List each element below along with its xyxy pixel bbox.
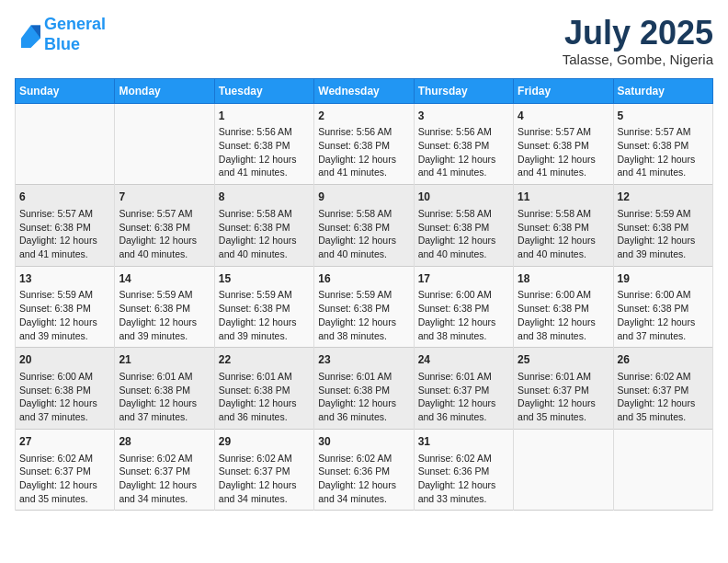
calendar-day-cell: 14Sunrise: 5:59 AMSunset: 6:38 PMDayligh… (115, 266, 214, 348)
calendar-day-cell: 19Sunrise: 6:00 AMSunset: 6:38 PMDayligh… (613, 266, 712, 348)
calendar-day-cell: 8Sunrise: 5:58 AMSunset: 6:38 PMDaylight… (214, 185, 313, 267)
calendar-day-cell (115, 103, 214, 185)
weekday-header-cell: Saturday (613, 78, 712, 103)
calendar-day-cell: 28Sunrise: 6:02 AMSunset: 6:37 PMDayligh… (115, 429, 214, 511)
day-number: 16 (318, 271, 409, 287)
day-info: Sunrise: 6:01 AMSunset: 6:37 PMDaylight:… (518, 370, 609, 424)
day-number: 30 (318, 434, 409, 450)
day-info: Sunrise: 5:56 AMSunset: 6:38 PMDaylight:… (318, 125, 409, 179)
day-number: 6 (19, 190, 110, 205)
calendar-day-cell: 27Sunrise: 6:02 AMSunset: 6:37 PMDayligh… (16, 429, 115, 511)
day-info: Sunrise: 6:02 AMSunset: 6:37 PMDaylight:… (618, 370, 709, 424)
day-number: 2 (318, 109, 409, 124)
day-number: 28 (119, 434, 210, 450)
calendar-week-row: 27Sunrise: 6:02 AMSunset: 6:37 PMDayligh… (16, 429, 713, 511)
calendar-day-cell: 15Sunrise: 5:59 AMSunset: 6:38 PMDayligh… (214, 266, 313, 348)
calendar-day-cell: 2Sunrise: 5:56 AMSunset: 6:38 PMDaylight… (314, 103, 414, 185)
calendar-day-cell: 25Sunrise: 6:01 AMSunset: 6:37 PMDayligh… (514, 348, 613, 430)
calendar-day-cell (16, 103, 115, 185)
calendar-day-cell: 13Sunrise: 5:59 AMSunset: 6:38 PMDayligh… (16, 266, 115, 348)
day-info: Sunrise: 6:02 AMSunset: 6:36 PMDaylight:… (418, 452, 509, 506)
title-block: July 2025 Talasse, Gombe, Nigeria (563, 15, 713, 67)
calendar-day-cell (514, 429, 613, 511)
calendar-day-cell: 18Sunrise: 6:00 AMSunset: 6:38 PMDayligh… (514, 266, 613, 348)
calendar-day-cell: 11Sunrise: 5:58 AMSunset: 6:38 PMDayligh… (514, 185, 613, 267)
calendar-week-row: 13Sunrise: 5:59 AMSunset: 6:38 PMDayligh… (16, 266, 713, 348)
day-info: Sunrise: 6:00 AMSunset: 6:38 PMDaylight:… (19, 370, 110, 424)
day-number: 10 (418, 190, 509, 205)
day-info: Sunrise: 5:57 AMSunset: 6:38 PMDaylight:… (518, 125, 609, 179)
day-info: Sunrise: 6:00 AMSunset: 6:38 PMDaylight:… (618, 288, 709, 342)
day-number: 26 (618, 352, 709, 368)
day-number: 12 (618, 190, 709, 205)
calendar-day-cell: 30Sunrise: 6:02 AMSunset: 6:36 PMDayligh… (314, 429, 414, 511)
day-number: 4 (518, 109, 609, 124)
day-info: Sunrise: 5:59 AMSunset: 6:38 PMDaylight:… (19, 288, 110, 342)
day-info: Sunrise: 6:00 AMSunset: 6:38 PMDaylight:… (518, 288, 609, 342)
calendar-week-row: 6Sunrise: 5:57 AMSunset: 6:38 PMDaylight… (16, 185, 713, 267)
calendar-day-cell: 29Sunrise: 6:02 AMSunset: 6:37 PMDayligh… (214, 429, 313, 511)
day-number: 19 (618, 271, 709, 287)
calendar-day-cell: 21Sunrise: 6:01 AMSunset: 6:38 PMDayligh… (115, 348, 214, 430)
day-info: Sunrise: 5:58 AMSunset: 6:38 PMDaylight:… (518, 207, 609, 261)
day-info: Sunrise: 6:01 AMSunset: 6:37 PMDaylight:… (418, 370, 509, 424)
calendar-day-cell: 9Sunrise: 5:58 AMSunset: 6:38 PMDaylight… (314, 185, 414, 267)
weekday-header-cell: Tuesday (214, 78, 313, 103)
day-info: Sunrise: 5:58 AMSunset: 6:38 PMDaylight:… (418, 207, 509, 261)
page-header: General Blue July 2025 Talasse, Gombe, N… (15, 15, 713, 67)
weekday-header-cell: Sunday (16, 78, 115, 103)
day-info: Sunrise: 5:59 AMSunset: 6:38 PMDaylight:… (318, 288, 409, 342)
day-info: Sunrise: 5:56 AMSunset: 6:38 PMDaylight:… (219, 125, 310, 179)
calendar-day-cell: 17Sunrise: 6:00 AMSunset: 6:38 PMDayligh… (414, 266, 513, 348)
day-info: Sunrise: 5:58 AMSunset: 6:38 PMDaylight:… (219, 207, 310, 261)
calendar-day-cell: 4Sunrise: 5:57 AMSunset: 6:38 PMDaylight… (514, 103, 613, 185)
day-number: 27 (19, 434, 110, 450)
day-info: Sunrise: 5:59 AMSunset: 6:38 PMDaylight:… (219, 288, 310, 342)
day-info: Sunrise: 6:01 AMSunset: 6:38 PMDaylight:… (219, 370, 310, 424)
weekday-header-cell: Thursday (414, 78, 513, 103)
logo-icon (15, 22, 40, 48)
calendar-day-cell: 20Sunrise: 6:00 AMSunset: 6:38 PMDayligh… (16, 348, 115, 430)
calendar-day-cell: 22Sunrise: 6:01 AMSunset: 6:38 PMDayligh… (214, 348, 313, 430)
calendar-day-cell: 6Sunrise: 5:57 AMSunset: 6:38 PMDaylight… (16, 185, 115, 267)
weekday-header-row: SundayMondayTuesdayWednesdayThursdayFrid… (16, 78, 713, 103)
weekday-header-cell: Monday (115, 78, 214, 103)
day-number: 3 (418, 109, 509, 124)
weekday-header-cell: Friday (514, 78, 613, 103)
calendar-day-cell: 26Sunrise: 6:02 AMSunset: 6:37 PMDayligh… (613, 348, 712, 430)
location-title: Talasse, Gombe, Nigeria (563, 52, 713, 67)
day-number: 22 (219, 352, 310, 368)
calendar-day-cell: 23Sunrise: 6:01 AMSunset: 6:38 PMDayligh… (314, 348, 414, 430)
calendar-day-cell: 10Sunrise: 5:58 AMSunset: 6:38 PMDayligh… (414, 185, 513, 267)
day-info: Sunrise: 5:57 AMSunset: 6:38 PMDaylight:… (19, 207, 110, 261)
calendar-table: SundayMondayTuesdayWednesdayThursdayFrid… (15, 78, 713, 511)
day-number: 29 (219, 434, 310, 450)
calendar-day-cell (613, 429, 712, 511)
calendar-day-cell: 16Sunrise: 5:59 AMSunset: 6:38 PMDayligh… (314, 266, 414, 348)
logo-text: General Blue (44, 15, 106, 54)
logo: General Blue (15, 15, 106, 54)
month-title: July 2025 (563, 15, 713, 52)
day-info: Sunrise: 6:02 AMSunset: 6:37 PMDaylight:… (119, 452, 210, 506)
day-number: 24 (418, 352, 509, 368)
day-number: 1 (219, 109, 310, 124)
day-number: 18 (518, 271, 609, 287)
day-number: 11 (518, 190, 609, 205)
calendar-week-row: 20Sunrise: 6:00 AMSunset: 6:38 PMDayligh… (16, 348, 713, 430)
day-number: 25 (518, 352, 609, 368)
day-info: Sunrise: 5:57 AMSunset: 6:38 PMDaylight:… (119, 207, 210, 261)
calendar-day-cell: 3Sunrise: 5:56 AMSunset: 6:38 PMDaylight… (414, 103, 513, 185)
day-info: Sunrise: 6:02 AMSunset: 6:37 PMDaylight:… (19, 452, 110, 506)
day-number: 31 (418, 434, 509, 450)
calendar-day-cell: 1Sunrise: 5:56 AMSunset: 6:38 PMDaylight… (214, 103, 313, 185)
day-info: Sunrise: 5:56 AMSunset: 6:38 PMDaylight:… (418, 125, 509, 179)
day-number: 23 (318, 352, 409, 368)
day-info: Sunrise: 5:57 AMSunset: 6:38 PMDaylight:… (618, 125, 709, 179)
day-info: Sunrise: 6:00 AMSunset: 6:38 PMDaylight:… (418, 288, 509, 342)
day-info: Sunrise: 6:02 AMSunset: 6:37 PMDaylight:… (219, 452, 310, 506)
day-info: Sunrise: 6:01 AMSunset: 6:38 PMDaylight:… (318, 370, 409, 424)
calendar-day-cell: 31Sunrise: 6:02 AMSunset: 6:36 PMDayligh… (414, 429, 513, 511)
day-info: Sunrise: 5:58 AMSunset: 6:38 PMDaylight:… (318, 207, 409, 261)
day-number: 8 (219, 190, 310, 205)
day-number: 20 (19, 352, 110, 368)
